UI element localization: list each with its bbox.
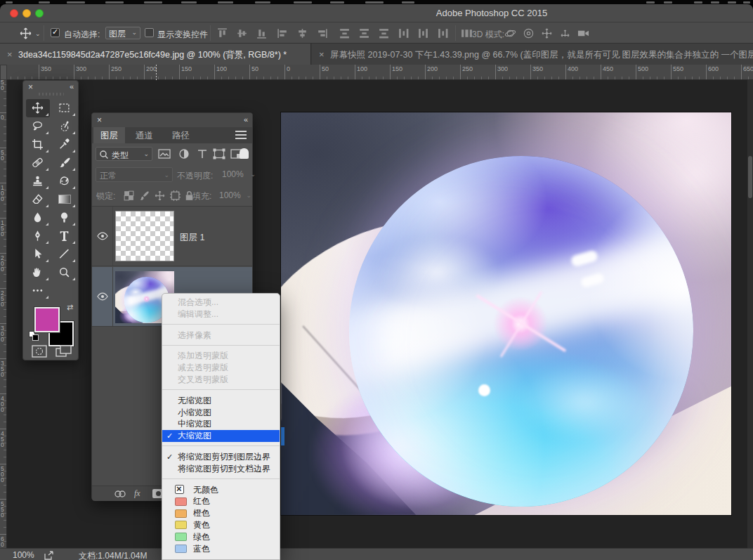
panel-menu-icon[interactable]	[235, 131, 247, 139]
tool-preset-chevron[interactable]: ⌄	[35, 30, 41, 37]
tab-layers[interactable]: 图层	[93, 127, 125, 143]
ellipsis-tool[interactable]	[26, 282, 50, 300]
title-bar[interactable]: Adobe Photoshop CC 2015	[0, 4, 753, 22]
hand-tool[interactable]	[26, 263, 50, 282]
menu-item[interactable]: 橙色	[162, 507, 280, 519]
default-colors-icon[interactable]	[29, 331, 39, 341]
lock-pixels-icon[interactable]	[138, 190, 150, 202]
move-tool[interactable]	[26, 99, 50, 117]
lock-transparency-icon[interactable]	[123, 190, 135, 202]
tab-channels[interactable]: 通道	[129, 127, 160, 143]
collapse-panel-icon[interactable]: «	[244, 115, 247, 124]
filter-shape-layers-icon[interactable]	[213, 148, 225, 159]
close-panel-icon[interactable]: ×	[97, 115, 102, 125]
swap-colors-icon[interactable]: ⇄	[67, 303, 73, 312]
auto-select-checkbox[interactable]	[51, 28, 60, 37]
close-panel-icon[interactable]: ×	[28, 82, 33, 92]
filter-type-dropdown[interactable]: 类型⌄	[96, 147, 152, 161]
lasso-tool[interactable]	[26, 117, 50, 136]
distribute-bottom-edges-icon[interactable]	[378, 27, 390, 39]
quick-mask-icon[interactable]	[32, 345, 47, 358]
crop-tool[interactable]	[26, 136, 50, 154]
quick-select-tool[interactable]	[53, 117, 77, 136]
marquee-tool[interactable]	[53, 99, 77, 117]
document-size-info[interactable]: 文档:1.04M/1.04M	[79, 550, 147, 560]
layer-visibility-eye-icon[interactable]	[97, 292, 108, 301]
type-tool[interactable]	[53, 227, 77, 245]
menu-item[interactable]: 小缩览图	[162, 407, 280, 419]
menu-item[interactable]: 无颜色	[162, 484, 280, 496]
close-tab-icon[interactable]: ×	[7, 49, 13, 60]
menu-item[interactable]: 绿色	[162, 531, 280, 543]
history-brush-tool[interactable]	[53, 172, 77, 190]
distribute-left-edges-icon[interactable]	[398, 27, 410, 39]
link-layers-icon[interactable]	[113, 490, 127, 498]
foreground-color-swatch[interactable]	[34, 307, 60, 332]
path-select-tool[interactable]	[26, 245, 50, 263]
auto-align-icon[interactable]	[461, 27, 473, 39]
opacity-value[interactable]: 100%⌄	[220, 167, 251, 182]
menu-item[interactable]: 蓝色	[162, 543, 280, 555]
3d-slide-icon[interactable]	[559, 27, 571, 39]
distribute-top-edges-icon[interactable]	[339, 27, 351, 39]
blend-mode-dropdown[interactable]: 正常⌄	[96, 167, 173, 182]
auto-select-target-dropdown[interactable]: 图层⌄	[105, 27, 140, 39]
brush-tool[interactable]	[53, 154, 77, 172]
layer-thumbnail-transparent[interactable]	[115, 211, 174, 261]
align-vertical-centers-icon[interactable]	[236, 27, 248, 39]
3d-roll-icon[interactable]	[523, 27, 535, 39]
screen-mode-icon[interactable]	[55, 345, 72, 358]
layer-style-fx-icon[interactable]: fx	[134, 488, 140, 499]
panel-header[interactable]: ×«	[92, 113, 252, 127]
layer-row-1[interactable]: 图层 1	[92, 207, 252, 266]
panel-grip[interactable]	[39, 93, 64, 96]
align-horizontal-centers-icon[interactable]	[296, 27, 308, 39]
layer-visibility-eye-icon[interactable]	[97, 232, 108, 240]
distribute-vertical-centers-icon[interactable]	[358, 27, 370, 39]
menu-item[interactable]: 将缩览图剪切到文档边界	[162, 463, 280, 475]
distribute-right-edges-icon[interactable]	[437, 27, 449, 39]
menu-item[interactable]: 红色	[162, 495, 280, 507]
collapse-panel-icon[interactable]: «	[70, 82, 73, 91]
lock-artboard-icon[interactable]	[169, 190, 181, 202]
document-tab-active[interactable]: ×3dea34c1159845d2a47287e5c16fc49e.jpg @ …	[0, 44, 311, 65]
align-bottom-edges-icon[interactable]	[256, 27, 268, 39]
3d-rotate-icon[interactable]	[504, 27, 516, 39]
fill-value[interactable]: 100%⌄	[217, 188, 248, 202]
3d-drag-icon[interactable]	[541, 27, 553, 39]
filter-toggle[interactable]	[240, 148, 249, 159]
menu-item[interactable]: ✓将缩览图剪切到图层边界	[162, 451, 280, 463]
menu-item[interactable]: 无缩览图	[162, 395, 280, 407]
healing-tool[interactable]	[26, 154, 50, 172]
zoom-tool[interactable]	[53, 263, 77, 282]
menu-item[interactable]: 黄色	[162, 519, 280, 531]
3d-camera-icon[interactable]	[577, 27, 589, 39]
menu-item[interactable]: 中缩览图	[162, 418, 280, 430]
menu-item[interactable]: ✓大缩览图	[162, 430, 280, 442]
dodge-tool[interactable]	[53, 209, 77, 227]
show-transform-checkbox[interactable]	[145, 28, 154, 37]
share-icon[interactable]	[44, 551, 54, 560]
align-right-edges-icon[interactable]	[316, 27, 328, 39]
pen-tool[interactable]	[26, 227, 50, 245]
close-window-button[interactable]	[10, 9, 18, 18]
eyedropper-tool[interactable]	[53, 136, 77, 154]
distribute-horizontal-centers-icon[interactable]	[417, 27, 429, 39]
align-top-edges-icon[interactable]	[216, 27, 228, 39]
move-tool-icon[interactable]	[20, 27, 32, 39]
align-left-edges-icon[interactable]	[277, 27, 289, 39]
zoom-level[interactable]: 100%	[13, 550, 34, 560]
filter-adjustment-layers-icon[interactable]	[178, 148, 190, 159]
filter-type-layers-icon[interactable]	[196, 148, 209, 159]
line-tool[interactable]	[53, 245, 77, 263]
document-canvas[interactable]	[281, 112, 731, 515]
stamp-tool[interactable]	[26, 172, 50, 190]
document-tab-inactive[interactable]: ×屏幕快照 2019-07-30 下午1.43.39.png @ 66.7% (…	[312, 44, 753, 65]
lock-position-icon[interactable]	[154, 190, 166, 202]
scrollbar-thumb[interactable]	[748, 156, 752, 198]
eraser-tool[interactable]	[26, 190, 50, 209]
blur-tool[interactable]	[26, 209, 50, 227]
vertical-scrollbar[interactable]	[747, 80, 753, 548]
maximize-window-button[interactable]	[35, 9, 44, 18]
tab-paths[interactable]: 路径	[165, 127, 197, 143]
